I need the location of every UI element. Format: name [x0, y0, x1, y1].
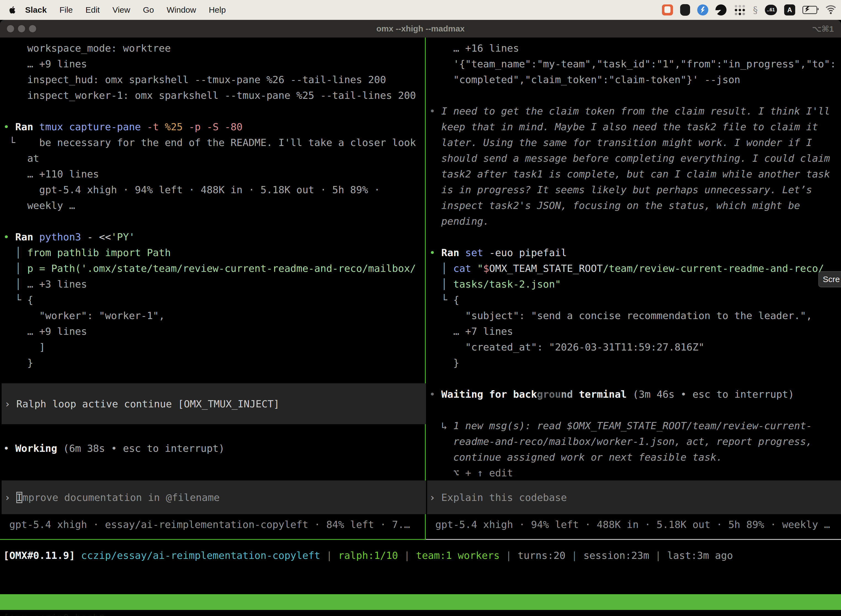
terminal-line [429, 402, 841, 418]
terminal-line: weekly … [3, 198, 428, 213]
terminal-line: "created_at": "2026-03-31T11:59:27.816Z" [429, 339, 841, 355]
text-segment: nd [561, 389, 573, 400]
text-segment: I [16, 492, 22, 503]
dots-grid-icon[interactable] [734, 4, 746, 16]
terminal-line: │ p = Path('.omx/state/team/review-curre… [3, 261, 428, 276]
text-segment: later. Using the same for transition mig… [429, 137, 812, 148]
shield-grid-icon[interactable] [680, 4, 690, 16]
text-segment: └ be necessary for the end of the README… [3, 137, 416, 148]
menu-item-view[interactable]: View [112, 5, 130, 15]
text-segment: | [500, 550, 518, 561]
terminal-line [3, 213, 428, 229]
terminal-line: … +7 lines [429, 323, 841, 339]
text-segment: -p -S -80 [189, 121, 243, 132]
terminal-line: ⌥ + ↑ edit [429, 465, 841, 481]
text-segment: p = Path('.omx/state/team/review-current… [27, 263, 416, 274]
text-segment: - << [81, 231, 111, 243]
text-segment [75, 550, 81, 561]
text-segment: task2 after task1 is complete, but can I… [429, 168, 830, 180]
terminal-line: readme-and-reco/mailbox/worker-1.json, a… [429, 434, 841, 449]
text-segment: › [4, 492, 16, 503]
tmux-session-label: [omx-cczip0:bash* [3, 610, 105, 616]
menu-item-help[interactable]: Help [209, 5, 226, 15]
text-segment: • [429, 247, 441, 258]
text-segment: "subject": "send a concise recommendatio… [429, 310, 812, 321]
hook-icon[interactable]: § [753, 4, 757, 15]
text-segment: "worker": "worker-1", [3, 310, 165, 321]
terminal-line: workspace_mode: worktree [3, 40, 428, 56]
menu-status-icons: § ..61 A [662, 0, 837, 20]
text-segment: "completed","claim_token":"claim-token"}… [429, 74, 740, 85]
apple-menu-icon[interactable] [9, 6, 16, 14]
menu-item-go[interactable]: Go [143, 5, 154, 15]
input-source-icon[interactable]: A [784, 4, 795, 15]
text-segment: grou [537, 389, 561, 400]
text-segment: from pathlib import Path [27, 247, 171, 258]
text-segment: … +110 lines [3, 168, 99, 180]
text-segment: continue assigned work or next feasible … [429, 452, 722, 463]
prompt-input-left[interactable]: › Improve documentation in @filename [1, 481, 426, 514]
text-segment: gpt-5.4 xhigh · essay/ai-reimplementatio… [3, 519, 410, 530]
text-segment: OMX_TEAM_STATE_ROOT [489, 263, 603, 274]
pane-divider[interactable] [425, 38, 426, 539]
text-segment: … +7 lines [429, 326, 513, 337]
model-status-left: gpt-5.4 xhigh · essay/ai-reimplementatio… [3, 517, 410, 532]
menu-app-name[interactable]: Slack [25, 5, 47, 15]
text-segment: │ [3, 263, 27, 274]
text-segment: • [3, 443, 15, 454]
terminal: workspace_mode: worktree … +9 lines insp… [0, 38, 841, 594]
text-segment: %25 [165, 121, 189, 132]
pane-border-bottom-right [426, 539, 841, 540]
text-segment: /team/review-current-readme-and-reco/ [603, 263, 824, 274]
terminal-line: │ from pathlib import Path [3, 245, 428, 261]
text-segment: Working [15, 443, 57, 454]
pie-circle-icon[interactable] [715, 4, 727, 15]
terminal-line: … +9 lines [3, 56, 428, 72]
wifi-icon[interactable] [825, 5, 837, 15]
window-shortcut-badge: ⌥⌘1 [812, 24, 834, 34]
menu-item-file[interactable]: File [59, 5, 73, 15]
terminal-line: inspect_hud: omx sparkshell --tmux-pane … [3, 72, 428, 88]
terminal-line: inspect_worker-1: omx sparkshell --tmux-… [3, 88, 428, 103]
text-segment: Explain this codebase [441, 492, 567, 503]
terminal-line: should send a message before completing … [429, 150, 841, 166]
terminal-line: └ { [429, 292, 841, 308]
blue-badge-icon[interactable] [697, 4, 708, 15]
text-segment: Waiting for back [441, 389, 537, 400]
text-segment: └ { [429, 294, 459, 305]
terminal-line: pending. [429, 213, 841, 229]
text-segment: | [649, 550, 667, 561]
terminal-line: └ { [3, 292, 428, 308]
text-segment: set [465, 247, 483, 258]
text-segment: -t [147, 121, 165, 132]
text-segment: | [320, 550, 338, 561]
text-segment: │ [429, 263, 453, 274]
terminal-line: later. Using the same for transition mig… [429, 135, 841, 150]
tmux-pane-left[interactable]: workspace_mode: worktree … +9 lines insp… [0, 38, 428, 542]
text-segment: is in progress? It seems likely but perh… [429, 184, 812, 195]
text-segment: … +9 lines [3, 326, 87, 337]
terminal-line: • Ran tmux capture-pane -t %25 -p -S -80 [3, 119, 428, 135]
menu-item-edit[interactable]: Edit [85, 5, 100, 15]
terminal-line: } [429, 355, 841, 371]
text-segment: └ { [3, 294, 33, 305]
count-badge-icon[interactable]: ..61 [765, 5, 777, 15]
battery-icon[interactable] [802, 6, 817, 14]
text-segment: } [429, 357, 459, 368]
menu-item-window[interactable]: Window [167, 5, 196, 15]
text-segment: inspect_worker-1: omx sparkshell --tmux-… [3, 90, 416, 101]
terminal-line: keep that in mind. Maybe I also need the… [429, 119, 841, 135]
text-segment: session:23m [583, 550, 649, 561]
chat-app-icon[interactable] [662, 4, 673, 15]
terminal-line: } [3, 355, 428, 371]
tmux-pane-right[interactable]: … +16 lines '{"team_name":"my-team","tas… [426, 38, 841, 542]
window-title: omx --xhigh --madmax [0, 24, 841, 34]
text-segment: terminal [573, 389, 627, 400]
text-segment: " [477, 263, 483, 274]
text-segment: inspect_hud: omx sparkshell --tmux-pane … [3, 74, 386, 85]
prompt-input-right[interactable]: › Explain this codebase [427, 481, 841, 514]
text-segment: gpt-5.4 xhigh · 94% left · 488K in · 5.1… [429, 519, 830, 530]
text-segment: [OMX#0.11.9] [3, 550, 75, 561]
text-segment: I need to get the claim token from the c… [441, 106, 830, 117]
terminal-line: • I need to get the claim token from the… [429, 103, 841, 119]
